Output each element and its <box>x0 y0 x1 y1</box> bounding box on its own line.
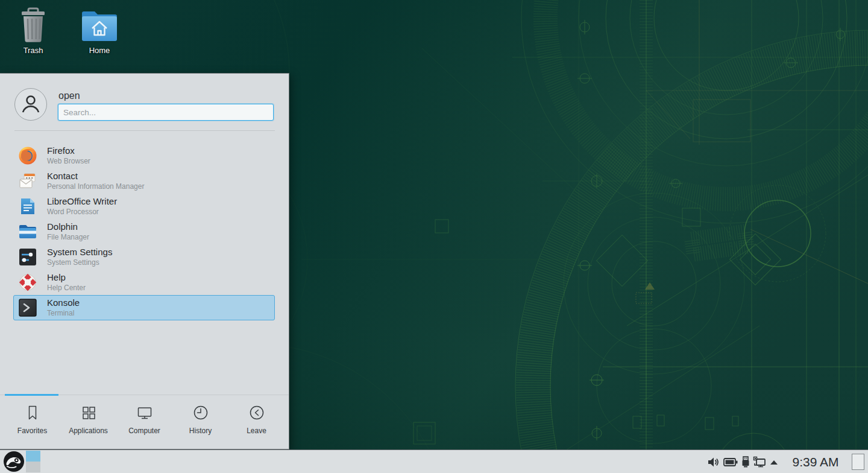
trash-icon <box>4 5 62 42</box>
tab-label: Leave <box>247 427 266 435</box>
konsole-icon <box>18 298 37 317</box>
desktop-icon-home[interactable]: Home <box>71 5 128 55</box>
monitor-icon <box>136 404 153 422</box>
taskbar-panel: 9:39 AM <box>0 449 868 473</box>
tab-history[interactable]: History <box>172 395 228 449</box>
bookmark-icon <box>24 404 41 422</box>
app-description: Personal Information Manager <box>47 182 144 191</box>
active-tab-indicator <box>5 394 58 396</box>
battery-icon[interactable] <box>723 450 738 473</box>
application-launcher-button[interactable] <box>3 451 25 472</box>
app-item-libreoffice-writer[interactable]: LibreOffice Writer Word Processor <box>13 194 275 219</box>
digital-clock[interactable]: 9:39 AM <box>785 450 846 473</box>
app-item-kontact[interactable]: Kontact Personal Information Manager <box>13 168 275 194</box>
desktop-icon-trash[interactable]: Trash <box>4 5 62 55</box>
app-item-dolphin[interactable]: Dolphin File Manager <box>13 219 275 244</box>
app-grid-icon <box>80 404 97 422</box>
desktop-icon-label: Home <box>71 46 128 55</box>
help-icon <box>18 273 37 292</box>
display-connector-icon[interactable] <box>753 450 766 473</box>
app-name: Dolphin <box>47 221 89 233</box>
app-item-firefox[interactable]: Firefox Web Browser <box>13 143 275 168</box>
app-name: LibreOffice Writer <box>47 196 117 208</box>
libreoffice-writer-icon <box>18 197 37 216</box>
firefox-icon <box>18 146 37 165</box>
launcher-tabbar: Favorites Applications <box>0 395 289 449</box>
tab-computer[interactable]: Computer <box>116 395 172 449</box>
app-name: Help <box>47 272 86 284</box>
search-input[interactable] <box>58 104 274 121</box>
app-name: Firefox <box>47 145 90 157</box>
favorites-app-list: Firefox Web Browser Kontact <box>0 143 289 320</box>
pager-desktop-active[interactable] <box>26 451 40 462</box>
kontact-icon <box>18 171 37 191</box>
header-divider <box>14 130 275 131</box>
app-name: System Settings <box>47 247 112 258</box>
virtual-desktop-pager[interactable] <box>26 451 40 472</box>
app-name: Kontact <box>47 171 144 182</box>
app-description: System Settings <box>47 258 112 267</box>
tab-label: Applications <box>69 427 108 435</box>
show-desktop-button[interactable] <box>852 454 864 470</box>
launcher-header: open <box>0 74 289 130</box>
home-folder-icon <box>71 5 128 42</box>
application-launcher-menu: open Firefox Web Browser <box>0 73 289 449</box>
app-description: Terminal <box>47 309 80 318</box>
app-description: Word Processor <box>47 208 117 217</box>
desktop-icon-label: Trash <box>4 46 62 55</box>
clock-icon <box>192 404 209 422</box>
app-description: File Manager <box>47 233 89 242</box>
app-name: Konsole <box>47 297 80 309</box>
app-item-help[interactable]: Help Help Center <box>13 270 275 295</box>
pager-desktop-inactive[interactable] <box>26 462 40 472</box>
dolphin-icon <box>18 222 37 241</box>
tab-applications[interactable]: Applications <box>60 395 116 449</box>
user-name: open <box>58 90 80 101</box>
device-notifier-icon[interactable] <box>741 450 750 473</box>
app-description: Web Browser <box>47 157 90 166</box>
user-avatar-icon[interactable] <box>14 88 47 121</box>
tab-label: Computer <box>128 427 160 435</box>
tab-label: History <box>189 427 212 435</box>
system-settings-icon <box>18 247 37 267</box>
tab-leave[interactable]: Leave <box>228 395 285 449</box>
app-item-system-settings[interactable]: System Settings System Settings <box>13 244 275 270</box>
tab-favorites[interactable]: Favorites <box>4 395 60 449</box>
app-description: Help Center <box>47 284 86 293</box>
app-item-konsole[interactable]: Konsole Terminal <box>13 295 275 320</box>
volume-icon[interactable] <box>707 450 719 473</box>
leave-icon <box>248 404 265 422</box>
tray-expander-icon[interactable] <box>769 450 779 473</box>
tab-label: Favorites <box>17 427 47 435</box>
